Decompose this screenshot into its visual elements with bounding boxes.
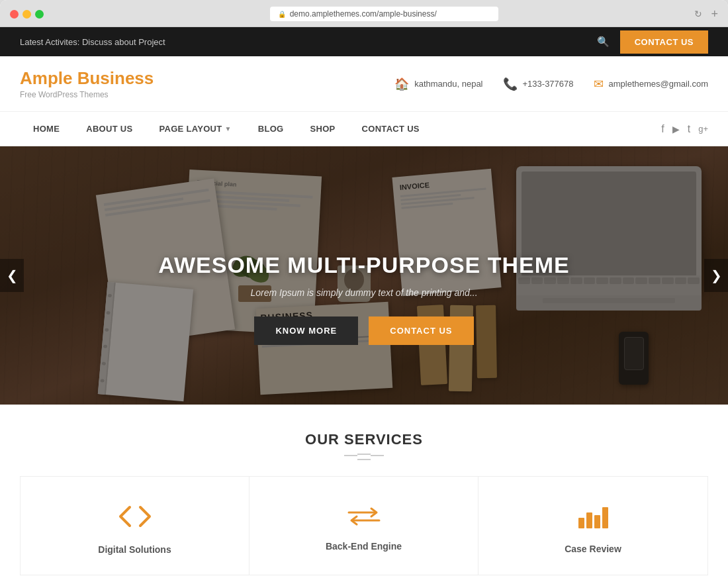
service-card-3: Case Review — [478, 477, 707, 575]
service-card-2: Back-End Engine — [250, 477, 478, 575]
contact-email: ✉ amplethemes@gmail.com — [594, 77, 708, 91]
phone-text: +133-377678 — [523, 79, 574, 89]
nav-item-blog[interactable]: BLOG — [245, 112, 297, 146]
location-text: kathmandu, nepal — [414, 79, 482, 89]
services-section: OUR SERVICES Digital Solutions — [0, 405, 728, 582]
service-label-3: Case Review — [498, 544, 688, 554]
url-text: demo.amplethemes.com/ample-business/ — [290, 9, 437, 19]
topbar-marquee: Latest Activites: Discuss about Project — [20, 37, 165, 47]
logo-title: Ample Business — [20, 68, 154, 89]
topbar-contact-button[interactable]: CONTACT US — [620, 30, 708, 54]
dot-minimize[interactable] — [23, 10, 31, 19]
facebook-icon[interactable]: f — [661, 123, 664, 135]
dot-maximize[interactable] — [35, 10, 44, 19]
address-bar[interactable]: 🔒 demo.amplethemes.com/ample-business/ — [270, 7, 499, 21]
logo-subtitle: Free WordPress Themes — [20, 90, 154, 99]
topbar-search-icon[interactable]: 🔍 — [597, 36, 610, 48]
hero-buttons: KNOW MORE CONTACT US — [0, 316, 728, 345]
contact-location: 🏠 kathmandu, nepal — [394, 77, 482, 91]
header-contact-info: 🏠 kathmandu, nepal 📞 +133-377678 ✉ ample… — [394, 77, 708, 91]
top-bar: Latest Activites: Discuss about Project … — [0, 27, 728, 56]
slider-prev-button[interactable]: ❮ — [0, 259, 24, 292]
know-more-button[interactable]: KNOW MORE — [254, 316, 358, 345]
service-icon-code — [40, 503, 229, 536]
phone-icon: 📞 — [503, 77, 518, 91]
hero-title: AWESOME MULTI-PURPOSE THEME — [0, 252, 728, 278]
slider-next-button[interactable]: ❯ — [704, 259, 728, 292]
svg-rect-4 — [594, 515, 600, 528]
dot-close[interactable] — [10, 10, 19, 19]
service-icon-arrows — [269, 503, 458, 533]
site-logo[interactable]: Ample Business Free WordPress Themes — [20, 68, 154, 99]
dropdown-arrow-icon: ▼ — [225, 125, 232, 132]
email-icon: ✉ — [594, 77, 604, 91]
service-card-1: Digital Solutions — [21, 477, 250, 575]
twitter-icon[interactable]: t — [688, 123, 690, 135]
site-header: Ample Business Free WordPress Themes 🏠 k… — [0, 56, 728, 112]
social-icons: f ▶ t g+ — [661, 123, 708, 135]
new-tab-button[interactable]: + — [711, 7, 719, 21]
section-divider — [344, 455, 384, 456]
googleplus-icon[interactable]: g+ — [698, 124, 708, 134]
nav-item-home[interactable]: HOME — [20, 112, 73, 146]
hero-subtitle: Lorem Ipsum is simply dummy text of the … — [0, 287, 728, 298]
svg-rect-5 — [602, 507, 608, 528]
email-text: amplethemes@gmail.com — [609, 79, 708, 89]
hero-content: AWESOME MULTI-PURPOSE THEME Lorem Ipsum … — [0, 252, 728, 345]
nav-item-contact[interactable]: CONTACT US — [349, 112, 433, 146]
svg-rect-3 — [586, 512, 592, 528]
nav-item-about[interactable]: ABOUT US — [73, 112, 146, 146]
nav-item-shop[interactable]: SHOP — [297, 112, 349, 146]
location-icon: 🏠 — [394, 77, 409, 91]
browser-chrome: 🔒 demo.amplethemes.com/ample-business/ ↻… — [0, 0, 728, 27]
service-label-2: Back-End Engine — [269, 541, 458, 552]
youtube-icon[interactable]: ▶ — [672, 124, 680, 134]
service-label-1: Digital Solutions — [40, 544, 229, 555]
topbar-right: 🔍 CONTACT US — [597, 30, 708, 54]
site-nav: HOME ABOUT US PAGE LAYOUT ▼ BLOG SHOP CO… — [0, 112, 728, 146]
services-title: OUR SERVICES — [20, 431, 708, 448]
service-icon-chart — [498, 503, 688, 536]
lock-icon: 🔒 — [278, 11, 286, 18]
hero-contact-button[interactable]: CONTACT US — [369, 316, 473, 345]
browser-traffic-lights — [10, 10, 44, 19]
services-grid: Digital Solutions Back-End Engine — [20, 476, 708, 575]
contact-phone: 📞 +133-377678 — [503, 77, 574, 91]
svg-rect-2 — [578, 518, 584, 528]
nav-item-page-layout[interactable]: PAGE LAYOUT ▼ — [146, 112, 245, 146]
browser-window: 🔒 demo.amplethemes.com/ample-business/ ↻… — [0, 0, 728, 582]
refresh-icon[interactable]: ↻ — [694, 9, 702, 19]
hero-slider: Financial plan — [0, 146, 728, 405]
nav-menu: HOME ABOUT US PAGE LAYOUT ▼ BLOG SHOP CO… — [20, 112, 433, 146]
